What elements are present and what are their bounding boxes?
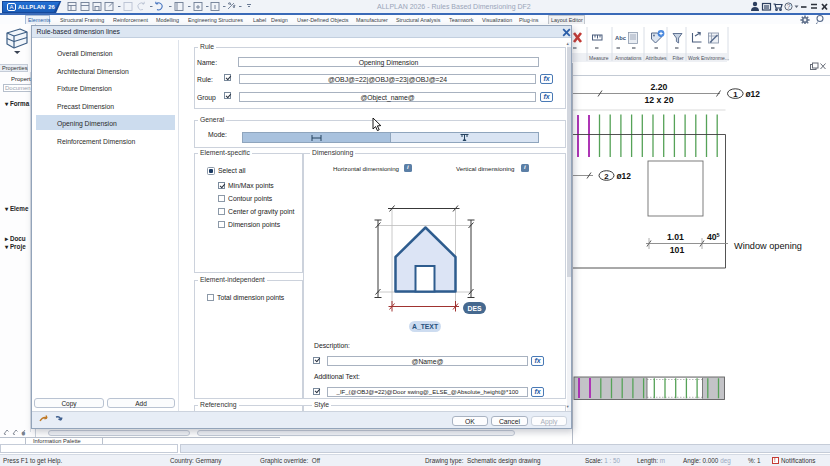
svg-text:40: 40 — [707, 232, 717, 242]
svg-text:?: ? — [787, 3, 791, 10]
svg-text:101: 101 — [670, 245, 685, 255]
svg-text:1.01: 1.01 — [667, 232, 684, 242]
svg-text:DES: DES — [468, 304, 482, 311]
svg-text:Window opening: Window opening — [734, 241, 802, 251]
svg-text:ø12: ø12 — [746, 89, 761, 99]
svg-text:12 x 20: 12 x 20 — [645, 95, 674, 105]
svg-text:e: e — [22, 430, 25, 436]
svg-text:5: 5 — [717, 232, 720, 238]
svg-text:2.20: 2.20 — [651, 82, 668, 92]
svg-text:1: 1 — [733, 90, 738, 99]
svg-text:A_TEXT: A_TEXT — [412, 323, 439, 330]
svg-text:ø12: ø12 — [617, 171, 632, 181]
svg-text:Abc: Abc — [615, 35, 627, 41]
svg-text:2: 2 — [604, 172, 609, 181]
